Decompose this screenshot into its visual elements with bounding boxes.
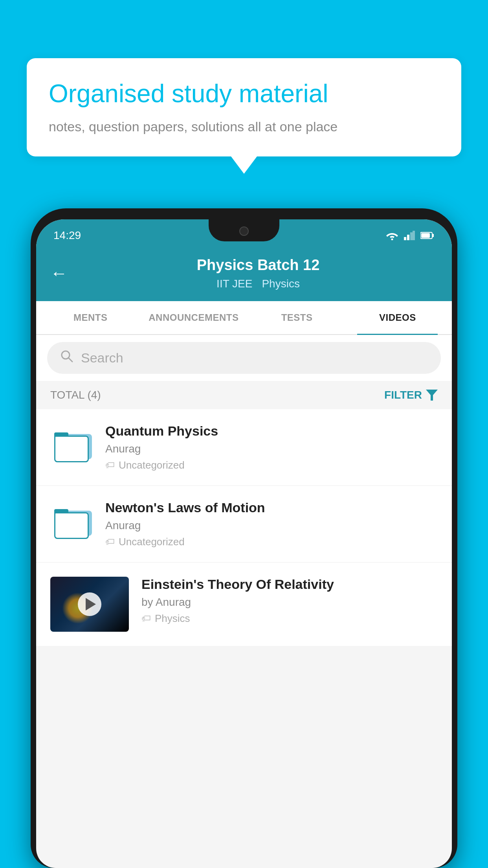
bubble-subtitle: notes, question papers, solutions all at…	[49, 118, 439, 136]
tab-announcements[interactable]: ANNOUNCEMENTS	[141, 301, 246, 334]
header-title: Physics Batch 12	[79, 256, 438, 274]
header-center: Physics Batch 12 IIT JEE Physics	[79, 256, 438, 290]
list-item[interactable]: Einstein's Theory Of Relativity by Anura…	[36, 563, 452, 646]
tab-videos[interactable]: VIDEOS	[347, 301, 448, 334]
video-title-1: Quantum Physics	[105, 423, 438, 439]
folder-thumb-2	[50, 503, 93, 545]
phone-frame: 14:29	[31, 208, 457, 868]
header-tag-iitjee: IIT JEE	[216, 278, 252, 290]
status-icons	[386, 231, 435, 240]
tag-label-3: Physics	[155, 612, 190, 625]
play-icon	[86, 598, 96, 611]
tag-label-1: Uncategorized	[119, 459, 185, 471]
phone-notch	[209, 219, 279, 241]
video-info-2: Newton's Laws of Motion Anurag 🏷 Uncateg…	[105, 500, 438, 548]
svg-line-9	[68, 358, 72, 362]
header-tags: IIT JEE Physics	[79, 278, 438, 290]
video-thumbnail-3	[50, 577, 129, 632]
video-list: Quantum Physics Anurag 🏷 Uncategorized	[36, 409, 452, 646]
search-icon	[60, 349, 74, 367]
tag-icon-3: 🏷	[141, 613, 151, 624]
tag-icon-1: 🏷	[105, 460, 115, 471]
search-container: Search	[36, 335, 452, 381]
filter-label: FILTER	[384, 389, 422, 401]
video-tag-3: 🏷 Physics	[141, 612, 438, 625]
video-tag-2: 🏷 Uncategorized	[105, 536, 438, 548]
list-item[interactable]: Quantum Physics Anurag 🏷 Uncategorized	[36, 409, 452, 486]
tab-ments[interactable]: MENTS	[40, 301, 141, 334]
tab-tests[interactable]: TESTS	[246, 301, 347, 334]
svg-rect-1	[404, 237, 406, 240]
filter-bar: TOTAL (4) FILTER	[36, 381, 452, 409]
folder-thumb-1	[50, 426, 93, 469]
video-author-3: by Anurag	[141, 596, 438, 609]
video-author-2: Anurag	[105, 519, 438, 532]
back-button[interactable]: ←	[50, 263, 68, 283]
speech-bubble: Organised study material notes, question…	[27, 58, 461, 156]
video-tag-1: 🏷 Uncategorized	[105, 459, 438, 471]
filter-icon	[426, 390, 438, 401]
svg-rect-7	[421, 233, 430, 238]
list-item[interactable]: Newton's Laws of Motion Anurag 🏷 Uncateg…	[36, 486, 452, 563]
app-header: ← Physics Batch 12 IIT JEE Physics	[36, 248, 452, 301]
svg-point-0	[391, 239, 393, 241]
search-placeholder: Search	[81, 350, 123, 366]
video-author-1: Anurag	[105, 443, 438, 455]
svg-rect-6	[432, 234, 434, 237]
battery-icon	[420, 232, 435, 239]
svg-rect-4	[413, 231, 415, 240]
tag-icon-2: 🏷	[105, 536, 115, 547]
video-info-3: Einstein's Theory Of Relativity by Anura…	[141, 577, 438, 625]
svg-marker-10	[426, 390, 438, 401]
phone-screen: 14:29	[36, 219, 452, 868]
play-button[interactable]	[78, 592, 101, 616]
wifi-icon	[386, 231, 398, 240]
header-tag-physics: Physics	[262, 278, 299, 290]
svg-rect-2	[407, 235, 409, 240]
status-time: 14:29	[53, 229, 81, 242]
camera	[239, 226, 249, 236]
filter-button[interactable]: FILTER	[384, 389, 438, 401]
video-title-2: Newton's Laws of Motion	[105, 500, 438, 515]
search-bar[interactable]: Search	[47, 342, 441, 374]
tag-label-2: Uncategorized	[119, 536, 185, 548]
total-count: TOTAL (4)	[50, 389, 101, 401]
svg-rect-3	[410, 232, 413, 240]
tabs-bar: MENTS ANNOUNCEMENTS TESTS VIDEOS	[36, 301, 452, 335]
signal-icon	[404, 231, 415, 240]
bubble-title: Organised study material	[49, 79, 439, 109]
video-info-1: Quantum Physics Anurag 🏷 Uncategorized	[105, 423, 438, 471]
video-title-3: Einstein's Theory Of Relativity	[141, 577, 438, 592]
